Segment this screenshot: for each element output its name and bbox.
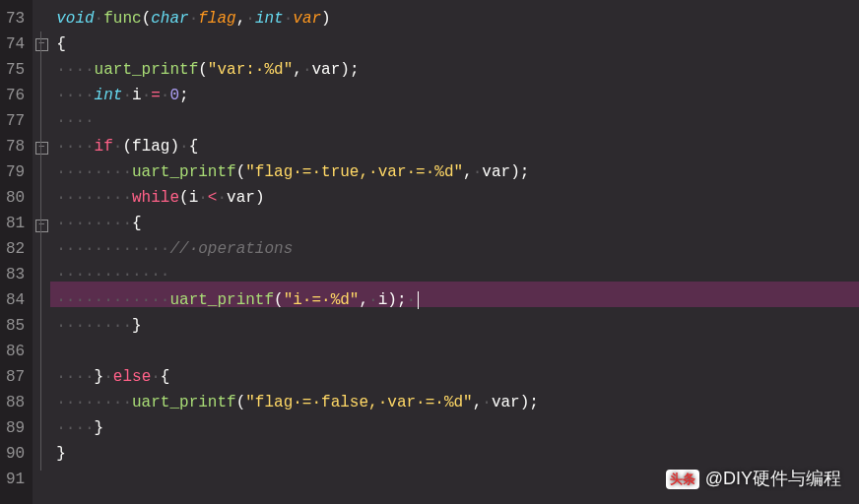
token-punct: , bbox=[359, 291, 368, 309]
fold-spacer bbox=[33, 470, 50, 495]
token-ident: i bbox=[132, 87, 142, 104]
line-number: 85 bbox=[6, 313, 25, 339]
token-punct: ( bbox=[179, 189, 189, 207]
code-line[interactable] bbox=[56, 339, 859, 364]
token-ws: ············ bbox=[56, 266, 169, 284]
token-ws: · bbox=[103, 368, 113, 386]
line-number: 74 bbox=[6, 32, 25, 57]
token-punct: ) bbox=[169, 138, 179, 156]
code-line[interactable]: ········uart_printf("flag·=·true,·var·=·… bbox=[56, 159, 859, 185]
code-line[interactable]: ········while(i·<·var) bbox=[56, 185, 859, 211]
token-ws: · bbox=[482, 394, 492, 411]
line-number: 91 bbox=[6, 467, 25, 492]
token-punct: ) bbox=[255, 189, 265, 207]
code-line[interactable]: ····uart_printf("var:·%d",·var); bbox=[56, 57, 859, 83]
code-line[interactable]: ···· bbox=[56, 108, 859, 134]
token-str: "flag·=·false,·var·=·%d" bbox=[245, 394, 472, 411]
line-number: 89 bbox=[6, 415, 25, 441]
code-line[interactable]: ········{ bbox=[56, 211, 859, 236]
fold-spacer bbox=[33, 418, 50, 444]
code-line[interactable]: } bbox=[56, 441, 859, 467]
token-ident: var bbox=[227, 189, 255, 207]
token-param: flag bbox=[198, 10, 235, 28]
token-ident: var bbox=[311, 61, 340, 79]
token-punct: { bbox=[132, 215, 142, 232]
token-ws: ········ bbox=[56, 163, 132, 181]
watermark: 头条@DIY硬件与编程 bbox=[666, 467, 841, 490]
token-punct: ( bbox=[198, 61, 208, 79]
token-punct: ; bbox=[529, 394, 539, 411]
token-ws: ········ bbox=[56, 189, 132, 207]
fold-spacer bbox=[33, 265, 50, 290]
code-line[interactable]: ····} bbox=[56, 415, 859, 441]
fold-toggle-icon[interactable]: − bbox=[35, 142, 48, 155]
token-fn: uart_printf bbox=[132, 394, 236, 411]
token-ws: ···· bbox=[56, 368, 94, 386]
token-ws: ···· bbox=[56, 138, 94, 156]
token-punct: ) bbox=[520, 394, 530, 411]
token-ws: · bbox=[284, 10, 294, 28]
code-line[interactable]: ········} bbox=[56, 313, 859, 339]
line-number: 87 bbox=[6, 364, 25, 390]
code-line[interactable]: ····int·i·=·0; bbox=[56, 83, 859, 108]
token-ident: i bbox=[378, 291, 388, 309]
fold-toggle-icon[interactable]: − bbox=[35, 38, 48, 51]
token-ws: · bbox=[198, 189, 208, 207]
fold-spacer bbox=[33, 58, 50, 84]
line-number: 77 bbox=[6, 108, 25, 134]
token-punct: ; bbox=[179, 87, 189, 104]
code-editor: 73747576777879808182838485868788899091 −… bbox=[0, 0, 859, 504]
line-number: 86 bbox=[6, 339, 25, 364]
line-number: 73 bbox=[6, 6, 25, 32]
token-kw-red: if bbox=[95, 138, 113, 156]
code-line[interactable]: ············//·operations bbox=[56, 236, 859, 262]
token-punct: ( bbox=[122, 138, 132, 156]
token-kw-red: while bbox=[132, 189, 179, 207]
code-line[interactable]: { bbox=[56, 32, 859, 57]
token-punct: ; bbox=[520, 163, 530, 181]
token-punct: ( bbox=[274, 291, 284, 309]
token-ws: · bbox=[407, 291, 417, 309]
token-kw-blue: char bbox=[151, 10, 188, 28]
token-ident: flag bbox=[132, 138, 169, 156]
token-ws: · bbox=[142, 87, 152, 104]
token-punct: ) bbox=[510, 163, 520, 181]
code-line[interactable]: ····if·(flag)·{ bbox=[56, 134, 859, 159]
watermark-badge: 头条 bbox=[666, 470, 699, 489]
token-ws: ········ bbox=[56, 317, 132, 335]
token-ws: · bbox=[245, 10, 255, 28]
token-ws: ···· bbox=[56, 61, 94, 79]
code-line[interactable]: ····}·else·{ bbox=[56, 364, 859, 390]
token-punct: ( bbox=[142, 10, 152, 28]
token-punct: ; bbox=[350, 61, 360, 79]
fold-spacer bbox=[33, 316, 50, 342]
token-ws: · bbox=[217, 189, 227, 207]
token-ws: ···· bbox=[56, 112, 94, 130]
line-number: 76 bbox=[6, 83, 25, 108]
fold-toggle-icon[interactable]: − bbox=[35, 220, 48, 232]
line-number: 90 bbox=[6, 441, 25, 467]
line-number: 79 bbox=[6, 159, 25, 185]
token-ident: var bbox=[492, 394, 520, 411]
token-ws: · bbox=[189, 10, 199, 28]
token-punct: } bbox=[132, 317, 142, 335]
fold-spacer bbox=[33, 342, 50, 367]
code-line[interactable]: ········uart_printf("flag·=·false,·var·=… bbox=[56, 390, 859, 415]
line-number: 81 bbox=[6, 211, 25, 236]
fold-spacer bbox=[33, 6, 50, 32]
text-cursor bbox=[418, 291, 419, 309]
token-ws: ········ bbox=[56, 215, 132, 232]
code-line[interactable]: void·func(char·flag,·int·var) bbox=[56, 6, 859, 32]
fold-spacer bbox=[33, 84, 50, 109]
token-str: "var:·%d" bbox=[208, 61, 293, 79]
token-ws: · bbox=[368, 291, 378, 309]
token-ws: · bbox=[113, 138, 123, 156]
token-punct: , bbox=[293, 61, 302, 79]
token-punct: } bbox=[95, 419, 104, 437]
code-area[interactable]: void·func(char·flag,·int·var){····uart_p… bbox=[50, 0, 859, 504]
token-punct: ( bbox=[236, 394, 246, 411]
token-ws: · bbox=[122, 87, 132, 104]
token-num: 0 bbox=[169, 87, 179, 104]
fold-spacer bbox=[33, 393, 50, 418]
token-fn: uart_printf bbox=[95, 61, 199, 79]
